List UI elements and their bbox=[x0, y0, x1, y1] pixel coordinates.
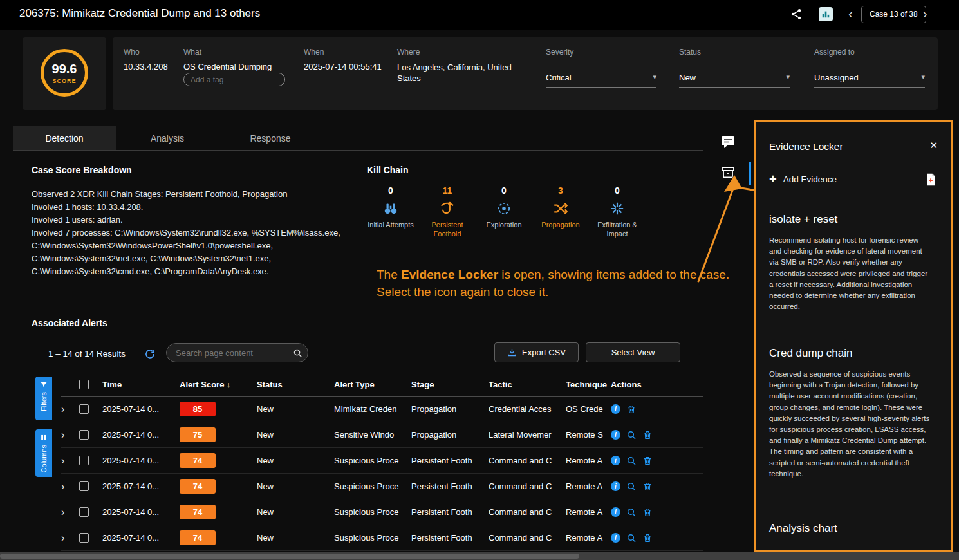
row-checkbox[interactable] bbox=[79, 481, 89, 491]
col-stage[interactable]: Stage bbox=[411, 380, 489, 389]
notes-icon[interactable] bbox=[720, 135, 737, 151]
assigned-select[interactable]: Unassigned ▾ bbox=[814, 73, 925, 88]
expand-row-icon[interactable]: › bbox=[61, 429, 64, 440]
col-tactic[interactable]: Tactic bbox=[489, 380, 566, 389]
info-icon[interactable]: i bbox=[611, 481, 620, 491]
delete-icon[interactable] bbox=[626, 404, 637, 415]
prev-case-chevron-icon[interactable]: ‹ bbox=[848, 5, 853, 22]
info-icon[interactable]: i bbox=[611, 456, 620, 465]
investigate-icon[interactable] bbox=[626, 533, 637, 543]
table-row[interactable]: › 2025-07-14 0... 74 New Suspicious Proc… bbox=[61, 499, 703, 525]
table-row[interactable]: › 2025-07-14 0... 85 New Mimikatz Creden… bbox=[61, 397, 703, 422]
info-icon[interactable]: i bbox=[611, 507, 620, 517]
export-csv-button[interactable]: Export CSV bbox=[494, 342, 579, 362]
alert-stage: Persistent Footh bbox=[411, 533, 489, 543]
col-time[interactable]: Time bbox=[102, 380, 180, 389]
investigate-icon[interactable] bbox=[626, 430, 637, 440]
delete-icon[interactable] bbox=[642, 533, 653, 543]
alert-score-badge: 74 bbox=[180, 505, 216, 519]
alert-score-badge: 74 bbox=[180, 530, 216, 545]
breakdown-line: Involved 7 processes: C:\Windows\System3… bbox=[32, 227, 342, 278]
tab-detection[interactable]: Detection bbox=[13, 126, 116, 150]
search-icon[interactable] bbox=[293, 348, 303, 358]
export-csv-label: Export CSV bbox=[522, 348, 566, 357]
stage-label: Exfiltration & Impact bbox=[589, 220, 646, 238]
alert-tactic: Command and C bbox=[489, 481, 566, 491]
evidence-item-title[interactable]: Cred dump chain bbox=[769, 347, 852, 360]
expand-row-icon[interactable]: › bbox=[61, 532, 64, 543]
col-alert-score[interactable]: Alert Score ↓ bbox=[180, 380, 257, 389]
status-select[interactable]: New ▾ bbox=[679, 73, 790, 88]
col-alert-type[interactable]: Alert Type bbox=[334, 380, 411, 389]
evidence-item-title[interactable]: isolate + reset bbox=[769, 213, 837, 226]
alert-stage: Propagation bbox=[411, 430, 489, 440]
case-pagination: Case 13 of 38 bbox=[861, 6, 926, 23]
search-input[interactable] bbox=[167, 348, 293, 358]
severity-select[interactable]: Critical ▾ bbox=[546, 73, 656, 88]
alert-stage: Persistent Footh bbox=[411, 456, 489, 465]
evidence-locker-icon[interactable] bbox=[720, 165, 737, 182]
col-status[interactable]: Status bbox=[257, 380, 334, 389]
select-view-label: Select View bbox=[611, 348, 655, 357]
col-technique[interactable]: Technique bbox=[566, 380, 611, 389]
close-icon[interactable]: ✕ bbox=[929, 140, 938, 151]
status-label: Status bbox=[679, 48, 701, 57]
info-icon[interactable]: i bbox=[611, 533, 620, 543]
row-checkbox[interactable] bbox=[79, 456, 89, 465]
delete-icon[interactable] bbox=[642, 507, 653, 518]
what-value: OS Credential Dumping bbox=[183, 62, 272, 71]
stage-count: 11 bbox=[419, 185, 476, 196]
row-checkbox[interactable] bbox=[79, 430, 89, 440]
alert-stage: Propagation bbox=[411, 404, 489, 414]
delete-icon[interactable] bbox=[642, 430, 653, 440]
when-label: When bbox=[304, 48, 324, 57]
scrollbar-thumb[interactable] bbox=[0, 554, 579, 559]
filters-label: Filters bbox=[40, 392, 48, 411]
table-row[interactable]: › 2025-07-14 0... 74 New Suspicious Proc… bbox=[61, 474, 703, 499]
refresh-icon[interactable] bbox=[144, 348, 156, 360]
kill-chain-title: Kill Chain bbox=[367, 165, 409, 175]
columns-side-tab[interactable]: Columns bbox=[35, 429, 52, 477]
chart-view-icon[interactable] bbox=[819, 7, 833, 21]
columns-label: Columns bbox=[40, 445, 48, 472]
investigate-icon[interactable] bbox=[626, 507, 637, 518]
horizontal-scrollbar[interactable] bbox=[0, 552, 959, 560]
alert-status: New bbox=[257, 456, 334, 465]
expand-row-icon[interactable]: › bbox=[61, 455, 64, 466]
expand-row-icon[interactable]: › bbox=[61, 481, 64, 492]
table-row[interactable]: › 2025-07-14 0... 75 New Sensitive Windo… bbox=[61, 422, 703, 448]
info-icon[interactable]: i bbox=[611, 404, 620, 414]
add-tag-input[interactable] bbox=[183, 73, 285, 86]
row-checkbox[interactable] bbox=[79, 533, 89, 543]
evidence-locker-panel: Evidence Locker ✕ + Add Evidence isolate… bbox=[754, 120, 953, 552]
alert-status: New bbox=[257, 430, 334, 440]
investigate-icon[interactable] bbox=[626, 456, 637, 466]
case-score-ring: 99.6 SCORE bbox=[41, 49, 88, 97]
tab-response[interactable]: Response bbox=[219, 126, 322, 150]
annotation-bold: Evidence Locker bbox=[401, 268, 498, 281]
add-file-icon[interactable] bbox=[925, 173, 936, 186]
delete-icon[interactable] bbox=[642, 481, 653, 492]
add-evidence-button[interactable]: + Add Evidence bbox=[769, 173, 837, 185]
select-all-checkbox[interactable] bbox=[79, 380, 89, 389]
breakdown-title: Case Score Breakdown bbox=[32, 165, 132, 175]
filters-side-tab[interactable]: Filters bbox=[35, 377, 52, 420]
row-checkbox[interactable] bbox=[79, 404, 89, 414]
share-icon[interactable] bbox=[788, 6, 805, 23]
caret-down-icon: ▾ bbox=[921, 73, 925, 82]
expand-row-icon[interactable]: › bbox=[61, 507, 64, 518]
alert-technique: Remote A bbox=[566, 481, 611, 491]
expand-row-icon[interactable]: › bbox=[61, 404, 64, 415]
row-checkbox[interactable] bbox=[79, 507, 89, 517]
delete-icon[interactable] bbox=[642, 456, 653, 466]
next-case-chevron-icon[interactable]: › bbox=[923, 5, 927, 22]
alert-type: Suspicious Proce bbox=[334, 507, 411, 517]
table-row[interactable]: › 2025-07-14 0... 74 New Suspicious Proc… bbox=[61, 448, 703, 474]
tab-analysis[interactable]: Analysis bbox=[116, 126, 219, 150]
investigate-icon[interactable] bbox=[626, 481, 637, 492]
evidence-item-title[interactable]: Analysis chart bbox=[769, 522, 837, 535]
table-row[interactable]: › 2025-07-14 0... 74 New Suspicious Proc… bbox=[61, 525, 703, 551]
info-icon[interactable]: i bbox=[611, 430, 620, 440]
select-view-button[interactable]: Select View bbox=[586, 342, 680, 362]
caret-down-icon: ▾ bbox=[786, 73, 790, 82]
